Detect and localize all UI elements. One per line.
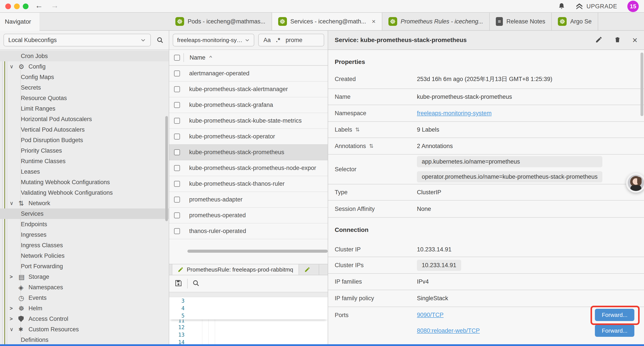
delete-trash-icon[interactable] <box>614 36 621 44</box>
sidebar-item[interactable]: Services <box>0 209 169 219</box>
tab-close-icon[interactable]: × <box>372 18 376 25</box>
sidebar-item[interactable]: Leases <box>0 166 169 177</box>
service-row[interactable]: alertmanager-operated <box>169 66 328 81</box>
sidebar-item[interactable]: Namespaces <box>0 282 169 293</box>
code-line[interactable]: 4 <box>169 305 328 312</box>
sidebar-item[interactable]: Network <box>0 198 169 209</box>
editor-search-button[interactable] <box>192 279 200 288</box>
sidebar-item[interactable]: Access Control <box>0 314 169 324</box>
select-all-checkbox[interactable] <box>174 55 180 61</box>
namespace-select[interactable]: freeleaps-monitoring-system <box>173 34 254 46</box>
sidebar-item[interactable]: Config <box>0 61 169 72</box>
navigator-tab[interactable]: Navigator <box>0 13 40 31</box>
tree-chevron-icon[interactable] <box>10 272 18 282</box>
service-row[interactable]: kube-prometheus-stack-operator <box>169 129 328 145</box>
name-filter-input[interactable]: Aa .* prome <box>258 34 324 46</box>
minimize-window-button[interactable] <box>14 3 20 9</box>
row-checkbox[interactable] <box>174 212 180 218</box>
sidebar-item[interactable]: Helm <box>0 303 169 314</box>
row-checkbox[interactable] <box>174 228 180 234</box>
tree-chevron-icon[interactable] <box>10 61 18 72</box>
port-link[interactable]: 9090/TCP <box>417 312 444 319</box>
expand-collapse-icon[interactable]: ⇅ <box>369 143 374 149</box>
tree-chevron-icon[interactable] <box>10 303 18 314</box>
row-checkbox[interactable] <box>174 181 180 187</box>
tree-chevron-icon[interactable] <box>10 282 18 293</box>
match-case-toggle[interactable]: Aa <box>264 37 271 43</box>
sidebar-scrollbar[interactable] <box>165 116 168 221</box>
code-line[interactable]: 12 <box>169 324 328 331</box>
tree-chevron-icon[interactable] <box>10 314 18 324</box>
namespace-link[interactable]: freeleaps-monitoring-system <box>417 110 492 117</box>
document-tab[interactable]: Argo Se <box>552 13 598 30</box>
sidebar-item[interactable]: Network Policies <box>0 251 169 261</box>
service-row[interactable]: kube-prometheus-stack-alertmanager <box>169 81 328 97</box>
back-arrow-icon[interactable]: ← <box>35 1 43 10</box>
forward-button[interactable]: Forward... <box>595 309 634 321</box>
row-checkbox[interactable] <box>174 102 180 108</box>
document-tab[interactable]: Services - icecheng@math... × <box>272 13 382 30</box>
sidebar-item[interactable]: Secrets <box>0 82 169 93</box>
row-checkbox[interactable] <box>174 70 180 76</box>
close-window-button[interactable] <box>5 3 11 9</box>
service-row[interactable]: kube-prometheus-stack-grafana <box>169 97 328 113</box>
expand-collapse-icon[interactable]: ⇅ <box>355 127 360 133</box>
forward-button[interactable]: Forward... <box>595 325 634 337</box>
upgrade-button[interactable]: UPGRADE <box>576 2 617 10</box>
sidebar-item[interactable]: Events <box>0 293 169 303</box>
code-line[interactable]: 3 <box>169 297 328 305</box>
sidebar-item[interactable]: Vertical Pod Autoscalers <box>0 124 169 135</box>
service-row[interactable]: thanos-ruler-operated <box>169 223 328 239</box>
service-row[interactable]: prometheus-adapter <box>169 192 328 208</box>
sidebar-item[interactable]: Custom Resources <box>0 324 169 335</box>
sidebar-item[interactable]: Endpoints <box>0 219 169 230</box>
sidebar-item[interactable]: Resource Quotas <box>0 93 169 103</box>
list-horizontal-scrollbar[interactable] <box>188 250 328 253</box>
sidebar-item[interactable]: Ingress Classes <box>0 240 169 251</box>
assistant-avatar[interactable] <box>626 173 644 193</box>
sidebar-item[interactable]: Definitions <box>0 335 169 345</box>
forward-arrow-icon[interactable]: → <box>51 1 59 10</box>
document-tab[interactable]: Prometheus Rules - icecheng... <box>382 13 490 30</box>
sidebar-item[interactable]: Pod Disruption Budgets <box>0 135 169 145</box>
sidebar-item[interactable]: Horizontal Pod Autoscalers <box>0 114 169 124</box>
zoom-window-button[interactable] <box>23 3 28 9</box>
name-column-header[interactable]: Name <box>190 54 206 61</box>
editor-tab[interactable]: PrometheusRule: freeleaps-prod-rabbitmq <box>172 264 299 275</box>
notifications-bell-icon[interactable] <box>558 2 565 10</box>
row-checkbox[interactable] <box>174 86 180 92</box>
sidebar-item[interactable]: Runtime Classes <box>0 156 169 166</box>
notification-count-badge[interactable]: 15 <box>627 1 639 12</box>
code-line[interactable]: 11 <box>169 320 328 324</box>
sort-asc-icon[interactable]: ^ <box>209 55 212 60</box>
service-row[interactable]: kube-prometheus-stack-kube-state-metrics <box>169 113 328 129</box>
sidebar-item[interactable]: Port Forwarding <box>0 261 169 272</box>
row-checkbox[interactable] <box>174 134 180 139</box>
sidebar-item[interactable]: Cron Jobs <box>0 51 169 61</box>
document-tab[interactable]: Release Notes <box>490 13 552 30</box>
row-checkbox[interactable] <box>174 165 180 171</box>
tree-chevron-icon[interactable] <box>10 324 18 335</box>
sidebar-item[interactable]: Config Maps <box>0 72 169 82</box>
save-button[interactable] <box>174 279 183 288</box>
regex-toggle[interactable]: .* <box>276 37 280 43</box>
service-row[interactable]: kube-prometheus-stack-prometheus-node-ex… <box>169 160 328 176</box>
sidebar-item[interactable]: Validating Webhook Configurations <box>0 187 169 198</box>
tree-chevron-icon[interactable] <box>10 293 18 303</box>
row-checkbox[interactable] <box>174 118 180 124</box>
sidebar-item[interactable]: Mutating Webhook Configurations <box>0 177 169 187</box>
edit-pencil-icon[interactable] <box>595 36 602 44</box>
service-row[interactable]: kube-prometheus-stack-thanos-ruler <box>169 176 328 192</box>
tree-chevron-icon[interactable] <box>10 198 18 209</box>
row-checkbox[interactable] <box>174 149 180 155</box>
editor-tab[interactable] <box>299 264 319 275</box>
service-row[interactable]: prometheus-operated <box>169 208 328 223</box>
sidebar-item[interactable]: Storage <box>0 272 169 282</box>
sidebar-item[interactable]: Priority Classes <box>0 145 169 156</box>
code-line[interactable]: 13 <box>169 331 328 339</box>
kubeconfig-select[interactable]: Local Kubeconfigs <box>4 34 151 46</box>
sidebar-item[interactable]: Limit Ranges <box>0 103 169 114</box>
port-link[interactable]: 8080:reloader-web/TCP <box>417 327 480 334</box>
row-checkbox[interactable] <box>174 197 180 203</box>
close-icon[interactable]: × <box>632 36 638 44</box>
